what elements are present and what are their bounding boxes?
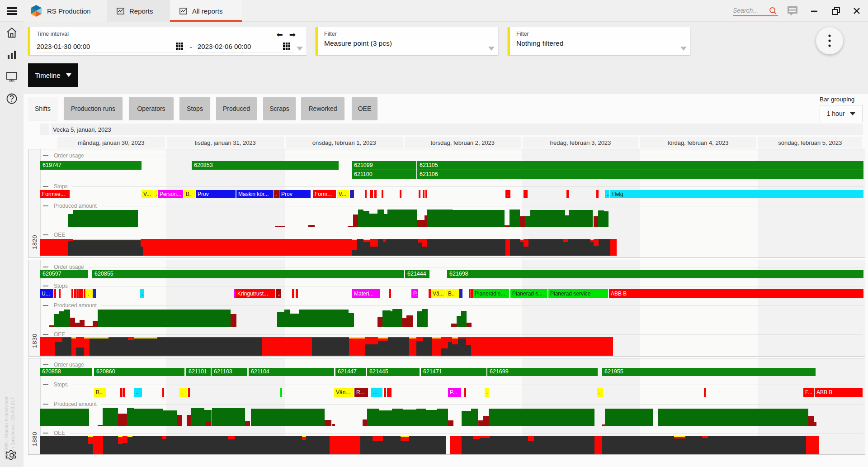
stop-segment[interactable]: P. xyxy=(411,289,418,298)
sidebar-item-help[interactable] xyxy=(5,92,18,105)
stop-segment[interactable]: B. xyxy=(184,190,193,198)
time-interval-to-input[interactable]: 2023-02-06 00:00 xyxy=(198,41,293,52)
stop-segment[interactable]: Kringutrust... xyxy=(236,289,275,298)
order-bar[interactable]: 621698 xyxy=(447,270,863,278)
stop-segment[interactable]: ... xyxy=(371,388,382,397)
stop-segment[interactable]: Form... xyxy=(313,190,336,198)
stop-segment[interactable]: Helg xyxy=(610,190,863,198)
time-interval-next-icon[interactable]: ➡ xyxy=(289,31,296,38)
stop-segment[interactable] xyxy=(76,289,79,298)
series-button-production-runs[interactable]: Production runs xyxy=(64,97,123,120)
stop-segment[interactable]: B.. xyxy=(94,388,106,397)
order-bar[interactable]: 621444 xyxy=(405,270,429,278)
order-bar[interactable]: 621105 xyxy=(417,161,863,170)
series-button-shifts[interactable]: Shifts xyxy=(28,97,57,120)
order-bar[interactable]: 621106 xyxy=(417,170,863,179)
stop-segment[interactable]: Person... xyxy=(158,190,183,198)
stop-segment[interactable] xyxy=(400,190,401,198)
stop-segment[interactable]: Vän... xyxy=(334,388,354,397)
stop-segment[interactable] xyxy=(461,289,462,298)
view-selector-button[interactable]: Timeline xyxy=(28,63,78,87)
series-button-operators[interactable]: Operators xyxy=(129,97,174,120)
order-bar[interactable]: 621103 xyxy=(212,368,247,376)
stop-segment[interactable] xyxy=(464,388,466,397)
order-bar[interactable]: 621471 xyxy=(421,368,486,376)
order-bar[interactable]: 621445 xyxy=(367,368,420,376)
order-bar[interactable]: 621104 xyxy=(249,368,334,376)
stop-segment[interactable]: Planerad service xyxy=(548,289,608,298)
bar-grouping-select[interactable]: 1 hour xyxy=(820,105,863,122)
calendar-icon[interactable] xyxy=(283,43,290,50)
stop-segment[interactable] xyxy=(162,388,164,397)
stop-segment[interactable]: . xyxy=(179,388,187,397)
sidebar-item-home[interactable] xyxy=(5,26,18,39)
stop-segment[interactable] xyxy=(120,388,122,397)
order-bar[interactable]: 621699 xyxy=(487,368,598,376)
stop-segment[interactable]: Maskin kör... xyxy=(236,190,273,198)
stop-segment[interactable]: .. xyxy=(134,388,142,397)
stop-segment[interactable]: Prov xyxy=(279,190,311,198)
order-bar[interactable]: 620597 xyxy=(40,270,88,278)
stop-segment[interactable] xyxy=(425,190,427,198)
stop-segment[interactable] xyxy=(524,190,528,198)
filter-dropdown-icon[interactable] xyxy=(488,47,495,51)
stop-segment[interactable]: U... xyxy=(40,289,53,298)
stop-segment[interactable] xyxy=(350,190,352,198)
stop-segment[interactable]: Planerad s... xyxy=(510,289,547,298)
stop-segment[interactable] xyxy=(566,190,569,198)
tab-all-reports[interactable]: All reports xyxy=(170,0,242,22)
calendar-icon[interactable] xyxy=(176,43,183,50)
stop-segment[interactable]: . xyxy=(154,190,157,198)
stop-segment[interactable] xyxy=(94,289,96,298)
stop-segment[interactable] xyxy=(292,289,294,298)
stop-segment[interactable] xyxy=(193,190,195,198)
window-minimize-button[interactable] xyxy=(804,0,825,22)
time-interval-from-input[interactable]: 2023-01-30 00:00 xyxy=(37,41,186,52)
stop-segment[interactable] xyxy=(123,388,125,397)
stop-segment[interactable]: P... xyxy=(448,388,461,397)
stop-segment[interactable] xyxy=(365,190,367,198)
secondary-filter-card[interactable]: Filter Nothing filtered xyxy=(508,27,690,55)
window-close-button[interactable] xyxy=(846,0,867,22)
sidebar-item-statistics[interactable] xyxy=(5,48,18,61)
stop-segment[interactable] xyxy=(704,388,706,397)
stop-segment[interactable] xyxy=(423,190,425,198)
order-bar[interactable]: 620860 xyxy=(94,368,184,376)
stop-segment[interactable]: .. xyxy=(140,289,144,298)
order-bar[interactable]: 619747 xyxy=(40,161,142,170)
feedback-chat-icon[interactable] xyxy=(788,5,797,16)
stop-segment[interactable] xyxy=(469,289,471,298)
series-button-stops[interactable]: Stops xyxy=(179,97,210,120)
order-bar[interactable]: 621955 xyxy=(602,368,816,376)
series-button-scraps[interactable]: Scraps xyxy=(263,97,296,120)
time-interval-dropdown-icon[interactable] xyxy=(297,47,303,51)
stop-segment[interactable]: ABB B xyxy=(815,388,863,397)
stop-segment[interactable] xyxy=(81,289,83,298)
stop-segment[interactable] xyxy=(374,190,377,198)
stop-segment[interactable]: Materi... xyxy=(352,289,380,298)
window-restore-button[interactable] xyxy=(826,0,846,22)
hamburger-menu-icon[interactable] xyxy=(7,6,17,16)
stop-segment[interactable] xyxy=(370,190,373,198)
stop-segment[interactable] xyxy=(389,388,392,397)
order-bar[interactable]: 620853 xyxy=(192,161,339,170)
stop-segment[interactable] xyxy=(280,388,282,397)
sidebar-item-settings[interactable] xyxy=(5,449,18,462)
stop-segment[interactable]: . xyxy=(597,388,603,397)
stop-segment[interactable] xyxy=(84,289,85,298)
stop-segment[interactable] xyxy=(71,289,73,298)
stop-segment[interactable]: . xyxy=(86,289,93,298)
stop-segment[interactable]: Prov xyxy=(196,190,236,198)
stop-segment[interactable] xyxy=(296,289,298,298)
time-interval-prev-icon[interactable]: ⬅ xyxy=(277,31,283,38)
stop-segment[interactable] xyxy=(596,190,599,198)
search-input[interactable]: Search... xyxy=(733,5,778,16)
stop-segment[interactable]: Formve... xyxy=(40,190,70,198)
series-button-oee[interactable]: OEE xyxy=(352,97,377,120)
stop-segment[interactable] xyxy=(74,289,76,298)
measure-point-filter-card[interactable]: Filter Measure point (3 pcs) xyxy=(316,27,498,55)
stop-segment[interactable]: R... xyxy=(354,388,368,397)
more-options-button[interactable] xyxy=(816,27,843,54)
series-button-reworked[interactable]: Reworked xyxy=(301,97,344,120)
order-bar[interactable]: 620855 xyxy=(92,270,404,278)
